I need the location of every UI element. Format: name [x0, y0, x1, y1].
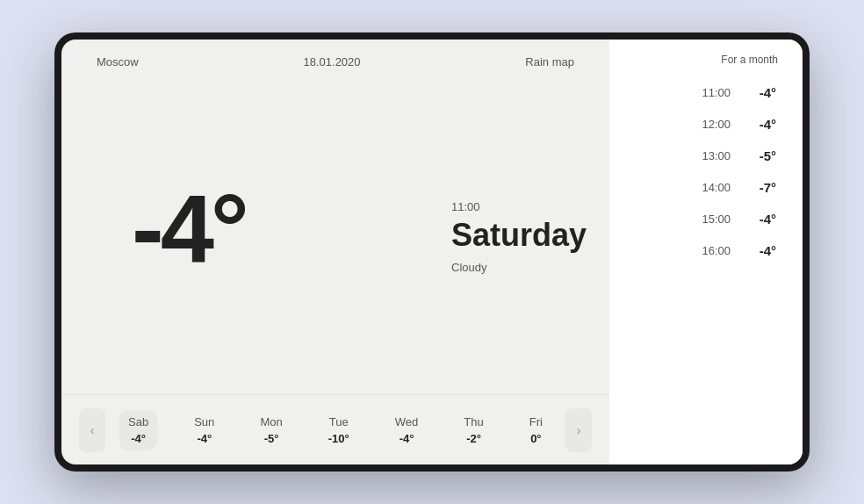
day-item-2[interactable]: Mon -5°: [251, 410, 291, 450]
hourly-item-5: 16:00 -4°: [609, 234, 803, 266]
day-temp-1: -4°: [197, 432, 212, 445]
hourly-item-1: 12:00 -4°: [609, 108, 803, 140]
hour-temp-5: -4°: [745, 243, 776, 258]
hourly-item-3: 14:00 -7°: [609, 171, 803, 203]
device-frame: Moscow 18.01.2020 Rain map -4° 11:00 Sat…: [54, 32, 810, 472]
hour-temp-4: -4°: [745, 212, 776, 227]
current-temperature: -4°: [132, 180, 399, 277]
day-temp-5: -2°: [466, 432, 481, 445]
days-list: Sab -4° Sun -4° Mon -5° Tue: [105, 410, 565, 450]
header: Moscow 18.01.2020 Rain map: [61, 40, 609, 79]
hour-temp-3: -7°: [745, 180, 776, 195]
day-info-section: 11:00 Saturday Cloudy: [434, 183, 609, 274]
day-short-4: Wed: [395, 415, 419, 428]
next-day-button[interactable]: ›: [565, 408, 592, 452]
date-label: 18.01.2020: [303, 55, 360, 68]
day-item-6[interactable]: Fri 0°: [521, 410, 551, 450]
hour-temp-1: -4°: [745, 117, 776, 132]
day-short-1: Sun: [194, 415, 214, 428]
city-label: Moscow: [97, 55, 139, 68]
screen: Moscow 18.01.2020 Rain map -4° 11:00 Sat…: [61, 40, 803, 464]
day-temp-0: -4°: [131, 432, 146, 445]
day-item-4[interactable]: Wed -4°: [386, 410, 428, 450]
hourly-item-2: 13:00 -5°: [609, 140, 803, 171]
hour-temp-2: -5°: [745, 148, 776, 163]
hour-temp-0: -4°: [745, 85, 776, 100]
day-item-1[interactable]: Sun -4°: [185, 410, 223, 450]
next-arrow-icon: ›: [577, 423, 581, 437]
day-short-6: Fri: [529, 415, 543, 428]
hourly-item-0: 11:00 -4°: [609, 76, 803, 108]
current-day: Saturday: [451, 217, 592, 254]
hour-time-2: 13:00: [702, 149, 731, 162]
day-temp-2: -5°: [264, 432, 279, 445]
day-temp-6: 0°: [530, 432, 541, 445]
for-month-button[interactable]: For a month: [609, 54, 803, 66]
hourly-item-4: 15:00 -4°: [609, 203, 803, 234]
day-temp-4: -4°: [400, 432, 414, 445]
day-temp-3: -10°: [328, 432, 349, 445]
current-time: 11:00: [451, 200, 592, 213]
hour-time-5: 16:00: [702, 244, 731, 257]
day-short-0: Sab: [128, 415, 148, 428]
day-item-0[interactable]: Sab -4°: [119, 410, 157, 450]
day-item-5[interactable]: Thu -2°: [455, 410, 492, 450]
hour-time-4: 15:00: [702, 212, 731, 226]
day-short-3: Tue: [329, 415, 349, 428]
prev-arrow-icon: ‹: [90, 423, 95, 437]
current-condition: Cloudy: [451, 261, 592, 274]
hour-time-0: 11:00: [702, 86, 731, 99]
day-short-5: Thu: [464, 415, 483, 428]
prev-day-button[interactable]: ‹: [79, 408, 105, 452]
hour-time-3: 14:00: [702, 181, 731, 194]
hour-time-1: 12:00: [702, 118, 731, 131]
days-bar: ‹ Sab -4° Sun -4° Mon -5°: [61, 394, 609, 464]
day-item-3[interactable]: Tue -10°: [320, 410, 358, 450]
temperature-section: -4°: [61, 162, 434, 294]
right-sidebar: For a month 11:00 -4° 12:00 -4° 13:00 -5…: [609, 40, 803, 464]
day-short-2: Mon: [260, 415, 282, 428]
rain-map-button[interactable]: Rain map: [525, 55, 574, 68]
